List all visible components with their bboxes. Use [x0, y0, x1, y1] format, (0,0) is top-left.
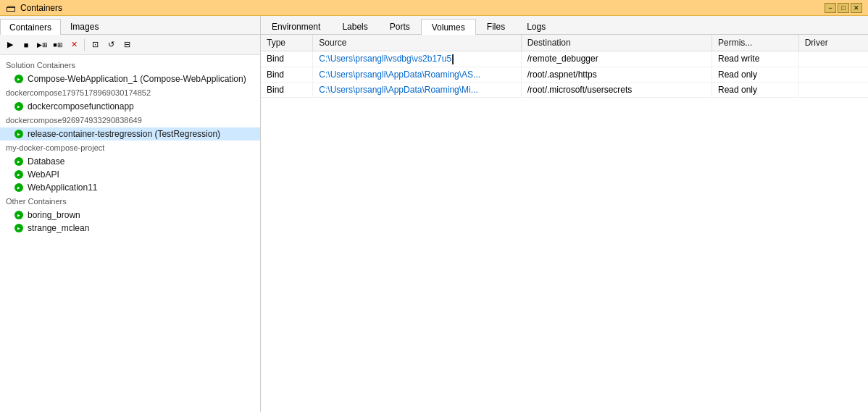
group-solution-containers: Solution Containers: [0, 58, 260, 72]
running-indicator: [14, 130, 23, 138]
compose-start-button[interactable]: ▶⊞: [35, 38, 49, 52]
cell-destination: /remote_debugger: [521, 51, 711, 67]
cell-permissions: Read write: [712, 51, 799, 67]
tab-ports[interactable]: Ports: [379, 18, 421, 34]
running-indicator: [14, 157, 23, 166]
group-dockercompose2: dockercompose926974933290838649: [0, 113, 260, 127]
title-bar: 🗃 Containers − □ ✕: [0, 0, 868, 16]
right-panel: Environment Labels Ports Volumes Files L…: [261, 16, 868, 412]
start-button[interactable]: ▶: [3, 38, 17, 52]
group-my-docker-compose: my-docker-compose-project: [0, 140, 260, 155]
running-indicator: [14, 224, 23, 232]
table-header-row: Type Source Destination Permis... Driver: [261, 35, 868, 51]
stop-button[interactable]: ■: [19, 38, 33, 52]
left-panel: Containers Images ▶ ■ ▶⊞ ■⊞ ✕ ⊡ ↺ ⊟ Solu…: [0, 16, 261, 412]
source-link[interactable]: C:\Users\prsangli\AppData\Roaming\AS...: [319, 70, 480, 80]
cell-driver: [798, 51, 868, 67]
main-container: Containers Images ▶ ■ ▶⊞ ■⊞ ✕ ⊡ ↺ ⊟ Solu…: [0, 16, 868, 412]
running-indicator: [14, 75, 23, 83]
compose-stop-button[interactable]: ■⊞: [51, 38, 65, 52]
tree-item-strange-mclean[interactable]: strange_mclean: [0, 222, 260, 235]
right-tab-bar: Environment Labels Ports Volumes Files L…: [261, 16, 868, 35]
restore-button[interactable]: □: [838, 3, 849, 13]
cell-type: Bind: [261, 82, 313, 97]
cell-source[interactable]: C:\Users\prsangli\vsdbg\vs2b17u5: [313, 51, 521, 67]
cell-permissions: Read only: [712, 67, 799, 82]
group-dockercompose1: dockercompose17975178969030174852: [0, 85, 260, 100]
minimize-button[interactable]: −: [825, 3, 836, 13]
tree-item-database[interactable]: Database: [0, 155, 260, 168]
source-link[interactable]: C:\Users\prsangli\vsdbg\vs2b17u5: [319, 54, 454, 64]
tree-item-dockercomposefunctionapp[interactable]: dockercomposefunctionapp: [0, 100, 260, 113]
col-destination[interactable]: Destination: [521, 35, 711, 51]
tab-labels[interactable]: Labels: [331, 18, 378, 34]
left-toolbar: ▶ ■ ▶⊞ ■⊞ ✕ ⊡ ↺ ⊟: [0, 35, 260, 55]
volumes-table: Type Source Destination Permis... Driver…: [261, 35, 868, 98]
tree-item-compose-webapplication1[interactable]: Compose-WebApplication_1 (Compose-WebApp…: [0, 72, 260, 85]
table-row: BindC:\Users\prsangli\AppData\Roaming\AS…: [261, 67, 868, 82]
tree-item-webapplication11[interactable]: WebApplication11: [0, 181, 260, 194]
refresh-button[interactable]: ↺: [104, 38, 118, 52]
tab-images[interactable]: Images: [61, 18, 108, 34]
left-tab-bar: Containers Images: [0, 16, 260, 35]
separator-1: [84, 39, 85, 51]
running-indicator: [14, 170, 23, 179]
tree-item-release-container[interactable]: release-container-testregression (TestRe…: [0, 127, 260, 140]
cell-driver: [798, 82, 868, 97]
cell-destination: /root/.aspnet/https: [521, 67, 711, 82]
tab-volumes[interactable]: Volumes: [421, 19, 476, 35]
cell-driver: [798, 67, 868, 82]
source-link[interactable]: C:\Users\prsangli\AppData\Roaming\Mi...: [319, 85, 477, 95]
col-type[interactable]: Type: [261, 35, 313, 51]
tree-item-webapi[interactable]: WebAPI: [0, 168, 260, 181]
volumes-table-container: Type Source Destination Permis... Driver…: [261, 35, 868, 412]
tab-containers[interactable]: Containers: [0, 19, 61, 35]
tree-container: Solution Containers Compose-WebApplicati…: [0, 55, 260, 412]
running-indicator: [14, 183, 23, 192]
col-permissions[interactable]: Permis...: [712, 35, 799, 51]
col-source[interactable]: Source: [313, 35, 521, 51]
cell-type: Bind: [261, 51, 313, 67]
running-indicator: [14, 102, 23, 111]
tab-logs[interactable]: Logs: [516, 18, 556, 34]
table-row: BindC:\Users\prsangli\vsdbg\vs2b17u5/rem…: [261, 51, 868, 67]
tree-item-boring-brown[interactable]: boring_brown: [0, 209, 260, 222]
cell-permissions: Read only: [712, 82, 799, 97]
running-indicator: [14, 211, 23, 219]
tab-environment[interactable]: Environment: [261, 18, 331, 34]
delete-button[interactable]: ✕: [67, 38, 81, 52]
new-button[interactable]: ⊡: [88, 38, 102, 52]
title-bar-icon: 🗃: [6, 2, 16, 14]
table-row: BindC:\Users\prsangli\AppData\Roaming\Mi…: [261, 82, 868, 97]
cell-type: Bind: [261, 67, 313, 82]
close-button[interactable]: ✕: [851, 3, 862, 13]
cell-source[interactable]: C:\Users\prsangli\AppData\Roaming\AS...: [313, 67, 521, 82]
cell-destination: /root/.microsoft/usersecrets: [521, 82, 711, 97]
col-driver[interactable]: Driver: [798, 35, 868, 51]
title-bar-title: Containers: [20, 3, 62, 13]
title-bar-controls: − □ ✕: [825, 3, 862, 13]
text-cursor: [452, 54, 454, 64]
cell-source[interactable]: C:\Users\prsangli\AppData\Roaming\Mi...: [313, 82, 521, 97]
more-button[interactable]: ⊟: [120, 38, 134, 52]
group-other-containers: Other Containers: [0, 194, 260, 209]
tab-files[interactable]: Files: [476, 18, 516, 34]
